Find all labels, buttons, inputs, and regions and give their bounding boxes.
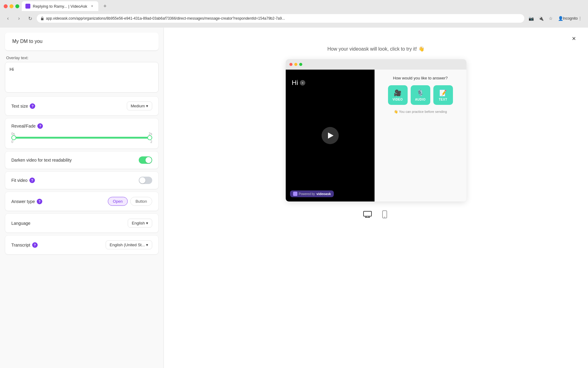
fit-video-toggle-knob (139, 177, 145, 183)
overlay-close-icon[interactable]: × (300, 80, 305, 86)
transcript-row: Transcript ? English (United St... ▾ (11, 240, 152, 249)
answer-question: How would you like to answer? (393, 76, 447, 80)
browser-navbar: ‹ › ↻ app.videoask.com/app/organizations… (0, 12, 588, 25)
refresh-button[interactable]: ↻ (26, 14, 34, 23)
tab-favicon (25, 4, 30, 9)
answer-option-text[interactable]: 📝 TEXT (433, 85, 453, 105)
back-button[interactable]: ‹ (4, 14, 12, 23)
audio-option-icon: 🎙️ (417, 89, 424, 97)
answer-type-help-icon[interactable]: ? (37, 199, 42, 204)
text-size-card: Text size ? Medium ▾ (5, 96, 159, 116)
slider-thumb-left[interactable] (11, 135, 16, 140)
browser-titlebar: Replying to Ramy... | VideoAsk × + (0, 0, 588, 12)
tab-title: Replying to Ramy... | VideoAsk (33, 4, 87, 9)
reveal-fade-slider: 0s 2s 0 2 (11, 132, 152, 144)
answer-type-label: Answer type ? (11, 199, 42, 204)
main-layout: My DM to you Overlay text: Hi Text size … (0, 28, 588, 368)
answer-option-audio[interactable]: 🎙️ AUDIO (411, 85, 430, 105)
videoask-logo-small (293, 192, 297, 196)
slider-labels-top: 0s 2s (11, 132, 152, 136)
answer-option-video[interactable]: 🎥 VIDEO (388, 85, 408, 105)
incognito-label: Incognito (566, 14, 575, 23)
view-toggle (362, 209, 390, 220)
address-text: app.videoask.com/app/organizations/8b955… (46, 16, 285, 21)
reveal-fade-card: Reveal/Fade ? 0s 2s 0 2 (5, 118, 159, 149)
transcript-label: Transcript ? (11, 242, 38, 248)
slider-thumb-right[interactable] (147, 135, 152, 140)
preview-content: Hi × Powered by videoask How would you l… (286, 70, 466, 201)
svg-point-6 (384, 217, 385, 218)
text-size-dropdown[interactable]: Medium ▾ (127, 102, 152, 110)
desktop-icon (363, 211, 372, 218)
preview-browser-bar (286, 59, 466, 70)
preview-hint: How your videoask will look, click to tr… (327, 46, 424, 52)
darken-video-toggle[interactable] (139, 156, 152, 164)
new-tab-button[interactable]: + (101, 2, 109, 10)
camera-icon: 📷 (527, 14, 535, 23)
text-size-label: Text size ? (11, 103, 35, 109)
dm-header-title: My DM to you (12, 39, 151, 44)
traffic-lights (4, 4, 19, 8)
right-panel: × How your videoask will look, click to … (164, 28, 588, 368)
play-button[interactable] (322, 127, 339, 144)
menu-button[interactable]: ⋮ (576, 14, 584, 23)
fit-video-row: Fit video ? (11, 177, 152, 184)
preview-dot-green (299, 63, 302, 66)
answer-type-button-button[interactable]: Button (130, 197, 152, 206)
fit-video-toggle[interactable] (139, 177, 152, 184)
mobile-view-button[interactable] (379, 209, 390, 220)
transcript-dropdown[interactable]: English (United St... ▾ (106, 240, 152, 249)
reveal-fade-row: Reveal/Fade ? (11, 123, 152, 129)
desktop-view-button[interactable] (362, 209, 373, 220)
svg-rect-1 (364, 211, 371, 216)
toggle-knob (145, 157, 152, 163)
video-overlay-text: Hi × (292, 79, 306, 87)
answer-type-buttons: Open Button (108, 197, 152, 206)
close-window-button[interactable] (4, 4, 8, 8)
browser-chrome: Replying to Ramy... | VideoAsk × + ‹ › ↻… (0, 0, 588, 28)
reveal-fade-help-icon[interactable]: ? (37, 123, 43, 129)
left-panel: My DM to you Overlay text: Hi Text size … (0, 28, 164, 368)
text-size-help-icon[interactable]: ? (30, 103, 35, 109)
overlay-text-input[interactable]: Hi (5, 62, 159, 93)
minimize-window-button[interactable] (9, 4, 13, 8)
video-option-icon: 🎥 (394, 89, 401, 97)
forward-button[interactable]: › (15, 14, 23, 23)
video-area[interactable]: Hi × Powered by videoask (286, 70, 375, 201)
overlay-text-label: Overlay text: (5, 56, 159, 60)
powered-by-text: Powered by (299, 192, 315, 196)
preview-dot-yellow (294, 63, 297, 66)
slider-track[interactable] (11, 137, 152, 139)
play-triangle-icon (328, 132, 334, 139)
videoask-label: videoask (316, 192, 331, 196)
close-button[interactable]: × (569, 34, 579, 44)
fit-video-help-icon[interactable]: ? (29, 178, 35, 183)
answer-type-open-button[interactable]: Open (108, 197, 128, 206)
extension-icon: 🔌 (537, 14, 545, 23)
mobile-icon (382, 210, 387, 218)
language-dropdown[interactable]: English ▾ (128, 219, 152, 228)
darken-video-row: Darken video for text readability (11, 156, 152, 164)
practice-text: 👋 You can practice before sending (394, 110, 447, 114)
bookmark-icon: ☆ (546, 14, 555, 23)
tab-close-button[interactable]: × (90, 4, 95, 9)
transcript-help-icon[interactable]: ? (32, 242, 38, 248)
transcript-card: Transcript ? English (United St... ▾ (5, 235, 159, 255)
answer-type-row: Answer type ? Open Button (11, 197, 152, 206)
darken-video-label: Darken video for text readability (11, 158, 72, 163)
language-row: Language English ▾ (11, 219, 152, 228)
settings-container: Overlay text: Hi Text size ? Medium ▾ (0, 53, 164, 262)
preview-dot-red (289, 63, 292, 66)
browser-tab[interactable]: Replying to Ramy... | VideoAsk × (22, 1, 98, 11)
videoask-badge: Powered by videoask (290, 190, 334, 197)
answer-options: 🎥 VIDEO 🎙️ AUDIO 📝 TEXT (388, 85, 453, 105)
reveal-fade-label: Reveal/Fade ? (11, 123, 43, 129)
preview-browser: Hi × Powered by videoask How would you l… (286, 59, 466, 201)
language-card: Language English ▾ (5, 213, 159, 233)
maximize-window-button[interactable] (15, 4, 19, 8)
answer-area: How would you like to answer? 🎥 VIDEO 🎙️… (375, 70, 466, 201)
address-bar[interactable]: app.videoask.com/app/organizations/8b955… (37, 14, 524, 23)
text-option-icon: 📝 (439, 89, 447, 97)
svg-rect-0 (41, 18, 43, 20)
dm-header: My DM to you (5, 33, 159, 51)
